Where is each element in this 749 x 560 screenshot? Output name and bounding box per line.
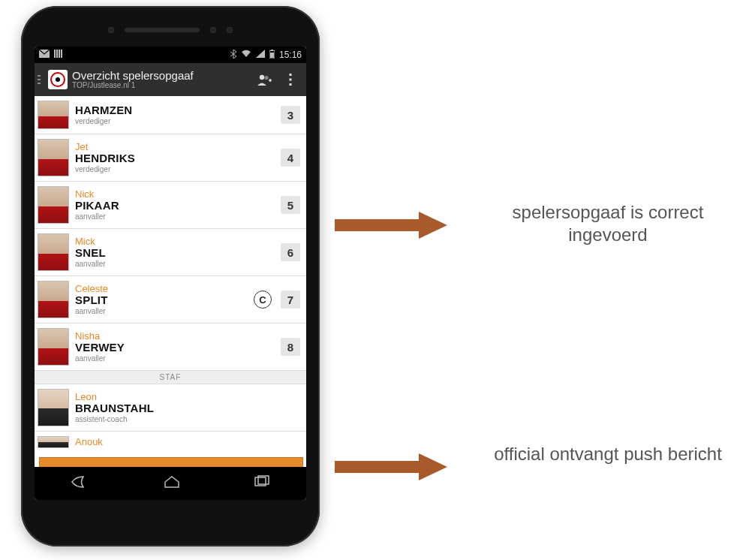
staff-lastname: BRAUNSTAHL — [75, 402, 300, 415]
submit-button[interactable]: VERSTUUR NAAR OFFICIAL — [39, 457, 303, 467]
signal-icon — [256, 50, 265, 60]
phone-frame: 15:16 Overzicht spelersopgaaf TOP/Justle… — [21, 6, 320, 546]
player-row[interactable]: Celeste SPLIT aanvaller C 7 — [35, 276, 306, 324]
staff-firstname: Anouk — [75, 437, 300, 447]
page-title: Overzicht spelersopgaaf — [72, 70, 252, 82]
status-time: 15:16 — [279, 50, 302, 60]
action-bar: Overzicht spelersopgaaf TOP/Justlease.nl… — [35, 63, 306, 96]
nav-bar — [35, 467, 306, 500]
player-list[interactable]: HARMZEN verdediger 3 Jet HENDRIKS verded… — [35, 96, 306, 467]
avatar — [38, 101, 69, 129]
svg-rect-7 — [59, 50, 60, 58]
bluetooth-icon — [230, 50, 236, 61]
staff-row[interactable]: Leon BRAUNSTAHL assistent-coach — [35, 384, 306, 432]
player-role: aanvaller — [75, 354, 275, 363]
player-firstname: Jet — [75, 142, 275, 152]
svg-rect-6 — [56, 50, 58, 58]
player-role: aanvaller — [75, 212, 275, 221]
captain-badge: C — [254, 291, 272, 309]
player-firstname: Nisha — [75, 331, 275, 342]
wifi-icon — [241, 50, 251, 60]
player-role: verdediger — [75, 165, 275, 173]
phone-hardware-top — [21, 27, 320, 33]
staff-firstname: Leon — [75, 392, 300, 402]
svg-rect-5 — [54, 50, 56, 58]
player-number[interactable]: 6 — [281, 243, 300, 261]
annotation-bottom: official ontvangt push bericht — [480, 443, 735, 465]
avatar — [38, 139, 69, 176]
player-lastname: VERWEY — [75, 342, 275, 354]
player-number[interactable]: 8 — [281, 338, 300, 356]
screen: 15:16 Overzicht spelersopgaaf TOP/Justle… — [35, 47, 306, 500]
svg-rect-18 — [290, 79, 292, 81]
svg-marker-3 — [419, 453, 447, 480]
svg-point-15 — [260, 75, 264, 80]
player-number[interactable]: 3 — [281, 106, 300, 124]
player-row[interactable]: HARMZEN verdediger 3 — [35, 96, 306, 134]
player-firstname: Mick — [75, 236, 275, 247]
app-logo-icon[interactable] — [48, 70, 68, 89]
avatar — [38, 281, 69, 318]
svg-rect-17 — [290, 74, 292, 76]
player-role: aanvaller — [75, 307, 248, 315]
avatar — [38, 186, 69, 224]
player-number[interactable]: 4 — [281, 149, 300, 167]
add-players-button[interactable] — [252, 73, 278, 86]
battery-icon — [269, 50, 275, 61]
drawer-indicator-icon[interactable] — [38, 75, 41, 84]
player-lastname: SNEL — [75, 247, 275, 260]
player-number[interactable]: 5 — [281, 196, 300, 214]
player-lastname: PIKAAR — [75, 200, 275, 212]
player-firstname: Celeste — [75, 284, 248, 294]
back-button[interactable] — [70, 475, 91, 492]
arrow-bottom — [329, 444, 449, 489]
annotation-top: spelersopgaaf is correct ingevoerd — [480, 201, 735, 246]
player-number[interactable]: 7 — [281, 291, 300, 309]
svg-point-14 — [56, 77, 60, 82]
player-role: verdediger — [75, 117, 275, 125]
avatar — [38, 233, 69, 271]
player-role: aanvaller — [75, 260, 275, 268]
gmail-icon — [39, 50, 50, 60]
home-button[interactable] — [162, 475, 182, 492]
svg-rect-8 — [61, 50, 62, 58]
status-bar: 15:16 — [35, 47, 306, 63]
recent-apps-button[interactable] — [253, 475, 271, 492]
svg-rect-19 — [290, 83, 292, 86]
avatar — [38, 389, 69, 426]
player-lastname: HARMZEN — [75, 104, 275, 117]
svg-rect-12 — [270, 53, 274, 58]
svg-marker-1 — [419, 212, 447, 239]
player-row[interactable]: Mick SNEL aanvaller 6 — [35, 229, 306, 276]
svg-marker-9 — [256, 50, 265, 58]
player-row[interactable]: Jet HENDRIKS verdediger 4 — [35, 134, 306, 182]
staff-role: assistent-coach — [75, 415, 300, 423]
player-lastname: HENDRIKS — [75, 152, 275, 165]
overflow-menu-button[interactable] — [278, 73, 303, 86]
staff-row[interactable]: Anouk — [35, 432, 306, 453]
bars-icon — [54, 50, 63, 60]
avatar — [38, 328, 69, 366]
submit-area: VERSTUUR NAAR OFFICIAL — [35, 453, 306, 467]
player-firstname: Nick — [75, 189, 275, 200]
page-subtitle: TOP/Justlease.nl 1 — [72, 82, 252, 90]
section-header-staf: STAF — [35, 371, 306, 384]
svg-point-16 — [264, 76, 268, 80]
canvas: spelersopgaaf is correct ingevoerd offic… — [0, 0, 749, 560]
avatar — [38, 436, 69, 448]
player-lastname: SPLIT — [75, 294, 248, 307]
arrow-top — [329, 203, 449, 248]
player-row[interactable]: Nick PIKAAR aanvaller 5 — [35, 182, 306, 229]
player-row[interactable]: Nisha VERWEY aanvaller 8 — [35, 324, 306, 371]
